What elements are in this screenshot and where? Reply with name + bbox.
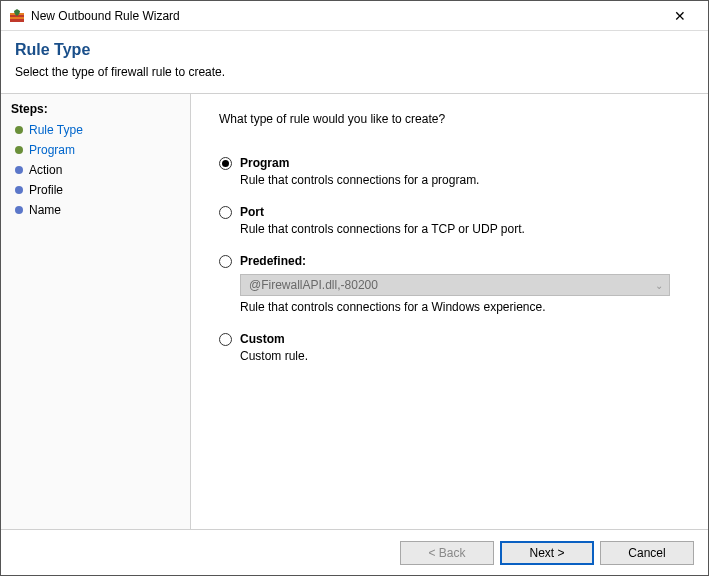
radio-predefined[interactable] [219, 255, 232, 268]
step-label: Name [29, 203, 61, 217]
radio-port[interactable] [219, 206, 232, 219]
back-button: < Back [400, 541, 494, 565]
option-label: Program [240, 156, 289, 170]
step-label: Profile [29, 183, 63, 197]
radio-program[interactable] [219, 157, 232, 170]
option-label: Port [240, 205, 264, 219]
page-title: Rule Type [15, 41, 694, 59]
firewall-icon [9, 8, 25, 24]
option-desc: Rule that controls connections for a pro… [240, 173, 680, 187]
step-label: Rule Type [29, 123, 83, 137]
predefined-combo: @FirewallAPI.dll,-80200 ⌄ [240, 274, 670, 296]
step-label: Action [29, 163, 62, 177]
steps-heading: Steps: [1, 100, 190, 120]
radio-custom[interactable] [219, 333, 232, 346]
step-label: Program [29, 143, 75, 157]
option-desc: Rule that controls connections for a Win… [240, 300, 680, 314]
option-program: Program Rule that controls connections f… [219, 156, 680, 187]
step-bullet-icon [15, 166, 23, 174]
step-program[interactable]: Program [1, 140, 190, 160]
wizard-footer: < Back Next > Cancel [1, 529, 708, 575]
step-bullet-icon [15, 146, 23, 154]
predefined-combo-value: @FirewallAPI.dll,-80200 [249, 278, 378, 292]
close-icon[interactable]: ✕ [660, 8, 700, 24]
option-custom: Custom Custom rule. [219, 332, 680, 363]
option-label: Predefined: [240, 254, 306, 268]
title-bar: New Outbound Rule Wizard ✕ [1, 1, 708, 31]
cancel-button[interactable]: Cancel [600, 541, 694, 565]
option-port: Port Rule that controls connections for … [219, 205, 680, 236]
question-text: What type of rule would you like to crea… [219, 112, 680, 126]
step-bullet-icon [15, 206, 23, 214]
step-rule-type[interactable]: Rule Type [1, 120, 190, 140]
option-desc: Rule that controls connections for a TCP… [240, 222, 680, 236]
next-button[interactable]: Next > [500, 541, 594, 565]
step-name[interactable]: Name [1, 200, 190, 220]
option-desc: Custom rule. [240, 349, 680, 363]
option-label: Custom [240, 332, 285, 346]
option-predefined: Predefined: @FirewallAPI.dll,-80200 ⌄ Ru… [219, 254, 680, 314]
chevron-down-icon: ⌄ [655, 280, 663, 291]
svg-rect-2 [10, 17, 24, 19]
window-title: New Outbound Rule Wizard [31, 9, 660, 23]
wizard-header: Rule Type Select the type of firewall ru… [1, 31, 708, 94]
step-profile[interactable]: Profile [1, 180, 190, 200]
step-action[interactable]: Action [1, 160, 190, 180]
steps-panel: Steps: Rule Type Program Action Profile … [1, 94, 191, 534]
content-panel: What type of rule would you like to crea… [191, 94, 708, 534]
step-bullet-icon [15, 126, 23, 134]
page-subtitle: Select the type of firewall rule to crea… [15, 65, 694, 79]
step-bullet-icon [15, 186, 23, 194]
